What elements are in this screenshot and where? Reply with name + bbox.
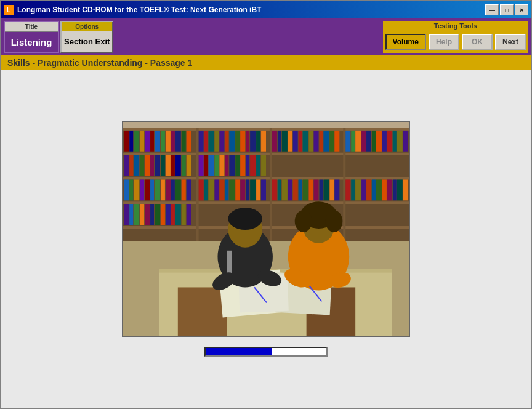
breadcrumb: Skills - Pragmatic Understanding - Passa…: [1, 55, 531, 70]
testing-tools-buttons: Volume Help OK Next: [383, 31, 528, 53]
svg-rect-175: [123, 122, 409, 336]
app-icon: L: [4, 5, 14, 15]
help-button[interactable]: Help: [429, 34, 459, 50]
progress-bar: [204, 347, 328, 357]
section-exit-label: Section Exit: [62, 31, 112, 52]
ok-button[interactable]: OK: [462, 34, 493, 50]
library-image: [122, 121, 410, 337]
progress-container: [204, 347, 328, 357]
volume-button[interactable]: Volume: [385, 34, 426, 50]
testing-tools: Testing Tools Volume Help OK Next: [383, 21, 528, 53]
app-content: Title Listening Options Section Exit Tes…: [1, 18, 531, 408]
title-bar: L Longman Student CD-ROM for the TOEFL® …: [1, 1, 531, 18]
minimize-button[interactable]: —: [485, 4, 499, 15]
progress-bar-fill: [206, 348, 272, 355]
window-title: Longman Student CD-ROM for the TOEFL® Te…: [17, 6, 261, 14]
title-bar-text: L Longman Student CD-ROM for the TOEFL® …: [4, 5, 261, 15]
nav-left: Title Listening Options Section Exit: [4, 21, 113, 53]
listening-button[interactable]: Title Listening: [4, 21, 59, 53]
next-button[interactable]: Next: [495, 34, 526, 50]
options-label: Options: [62, 22, 112, 31]
title-bar-buttons: — □ ✕: [485, 4, 528, 15]
main-content: [1, 70, 531, 408]
title-label: Title: [5, 22, 58, 32]
section-exit-button[interactable]: Options Section Exit: [60, 21, 113, 53]
close-button[interactable]: ✕: [515, 4, 528, 15]
listening-label: Listening: [5, 32, 58, 52]
nav-bar: Title Listening Options Section Exit Tes…: [1, 18, 531, 55]
maximize-button[interactable]: □: [500, 4, 514, 15]
main-window: L Longman Student CD-ROM for the TOEFL® …: [0, 0, 532, 409]
testing-tools-label: Testing Tools: [383, 21, 528, 31]
